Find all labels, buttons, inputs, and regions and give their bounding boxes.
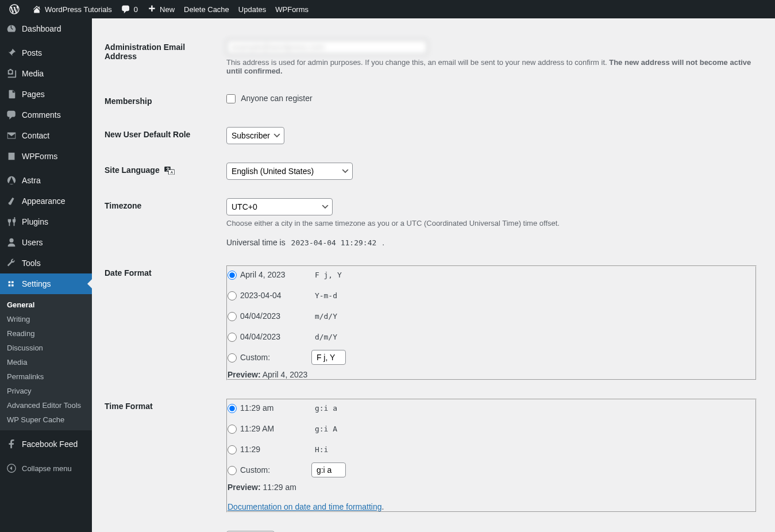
sidebar-item-dashboard[interactable]: Dashboard xyxy=(0,18,92,39)
sidebar-item-posts[interactable]: Posts xyxy=(0,43,92,63)
default-role-label: New User Default Role xyxy=(105,118,219,153)
submenu-reading[interactable]: Reading xyxy=(0,326,92,341)
date-format-radio-0[interactable] xyxy=(228,271,237,280)
time-format-custom-input[interactable] xyxy=(311,462,346,477)
comments-menu[interactable]: 0 xyxy=(117,0,142,18)
time-format-option-0[interactable]: 11:29 am g:i a xyxy=(228,400,755,416)
brush-icon xyxy=(6,195,17,207)
sidebar-item-contact[interactable]: Contact xyxy=(0,125,92,146)
time-format-label: Time Format xyxy=(105,390,219,521)
comment-count: 0 xyxy=(134,5,138,14)
sidebar-item-astra[interactable]: Astra xyxy=(0,170,92,191)
sidebar-item-plugins[interactable]: Plugins xyxy=(0,211,92,232)
admin-bar: WordPress Tutorials 0 New Delete Cache U… xyxy=(0,0,775,18)
date-format-preview: Preview: April 4, 2023 xyxy=(228,370,755,379)
site-name-menu[interactable]: WordPress Tutorials xyxy=(28,0,117,18)
sidebar-item-media[interactable]: Media xyxy=(0,63,92,84)
new-content-menu[interactable]: New xyxy=(142,0,179,18)
date-format-label: Date Format xyxy=(105,257,219,389)
sidebar-item-wpforms[interactable]: WPForms xyxy=(0,146,92,167)
admin-email-description: This address is used for admin purposes.… xyxy=(226,58,757,75)
week-starts-on-label: Week Starts On xyxy=(105,522,219,532)
wordpress-icon xyxy=(9,4,20,14)
date-format-radio-custom[interactable] xyxy=(228,353,237,363)
wp-logo-menu[interactable] xyxy=(5,0,28,18)
time-format-option-2[interactable]: 11:29 H:i xyxy=(228,441,755,457)
sidebar-item-pages[interactable]: Pages xyxy=(0,84,92,105)
new-label: New xyxy=(160,5,175,14)
admin-email-label: Administration Email Address xyxy=(105,31,219,84)
updates-link[interactable]: Updates xyxy=(234,0,271,18)
sidebar-item-facebook-feed[interactable]: Facebook Feed xyxy=(0,434,92,454)
settings-icon xyxy=(6,278,17,290)
date-format-radio-2[interactable] xyxy=(228,312,237,321)
time-format-radio-1[interactable] xyxy=(228,425,237,434)
form-icon xyxy=(6,151,17,162)
submenu-media[interactable]: Media xyxy=(0,355,92,369)
time-format-option-custom[interactable]: Custom: xyxy=(228,462,755,478)
timezone-label: Timezone xyxy=(105,190,219,256)
date-format-radio-1[interactable] xyxy=(228,291,237,300)
submenu-writing[interactable]: Writing xyxy=(0,312,92,326)
home-icon xyxy=(32,5,41,14)
site-language-label: Site Language 文A xyxy=(105,154,219,188)
date-format-option-3[interactable]: 04/04/2023 d/m/Y xyxy=(228,329,755,345)
sidebar-item-appearance[interactable]: Appearance xyxy=(0,191,92,211)
date-format-option-0[interactable]: April 4, 2023 F j, Y xyxy=(228,267,755,283)
anyone-can-register-checkbox[interactable] xyxy=(226,94,236,103)
astra-icon xyxy=(6,175,17,186)
wrench-icon xyxy=(6,257,17,269)
mail-icon xyxy=(6,130,17,141)
submenu-privacy[interactable]: Privacy xyxy=(0,384,92,398)
wpforms-link[interactable]: WPForms xyxy=(271,0,313,18)
sidebar-item-users[interactable]: Users xyxy=(0,232,92,253)
date-format-fieldset: April 4, 2023 F j, Y 2023-04-04 Y-m-d 04… xyxy=(226,265,757,380)
media-icon xyxy=(6,68,17,79)
submenu-permalinks[interactable]: Permalinks xyxy=(0,369,92,384)
default-role-select[interactable]: Subscriber xyxy=(226,127,284,144)
delete-cache-link[interactable]: Delete Cache xyxy=(179,0,234,18)
admin-email-input[interactable] xyxy=(226,40,427,55)
submenu-wp-super-cache[interactable]: WP Super Cache xyxy=(0,413,92,427)
time-format-option-1[interactable]: 11:29 AM g:i A xyxy=(228,421,755,437)
time-format-radio-custom[interactable] xyxy=(228,466,237,475)
date-format-option-1[interactable]: 2023-04-04 Y-m-d xyxy=(228,287,755,303)
svg-text:A: A xyxy=(170,171,173,175)
plugin-icon xyxy=(6,216,17,228)
date-format-option-custom[interactable]: Custom: xyxy=(228,349,755,365)
plus-icon xyxy=(147,5,156,14)
pin-icon xyxy=(6,47,17,59)
sidebar-item-comments[interactable]: Comments xyxy=(0,105,92,125)
date-time-doc-link[interactable]: Documentation on date and time formattin… xyxy=(228,502,382,511)
site-language-select[interactable]: English (United States) xyxy=(226,163,353,180)
date-format-custom-input[interactable] xyxy=(311,350,346,365)
time-format-fieldset: 11:29 am g:i a 11:29 AM g:i A 11:29 H:i … xyxy=(226,399,757,512)
submenu-advanced-editor-tools[interactable]: Advanced Editor Tools xyxy=(0,398,92,413)
page-icon xyxy=(6,88,17,100)
date-format-radio-3[interactable] xyxy=(228,333,237,342)
timezone-select[interactable]: UTC+0 xyxy=(226,198,333,215)
comments-icon xyxy=(6,109,17,121)
time-format-radio-2[interactable] xyxy=(228,445,237,454)
dashboard-icon xyxy=(6,23,17,34)
facebook-icon xyxy=(6,438,17,450)
svg-text:文: 文 xyxy=(165,167,169,172)
site-title: WordPress Tutorials xyxy=(45,5,112,14)
comment-icon xyxy=(121,5,130,14)
settings-general-page: Administration Email Address This addres… xyxy=(92,18,775,532)
universal-time-text: Universal time is 2023-04-04 11:29:42 . xyxy=(226,238,757,247)
submenu-general[interactable]: General xyxy=(0,298,92,312)
translate-icon: 文A xyxy=(164,167,175,175)
date-format-option-2[interactable]: 04/04/2023 m/d/Y xyxy=(228,308,755,324)
membership-checkbox-label[interactable]: Anyone can register xyxy=(226,94,313,103)
collapse-menu-button[interactable]: Collapse menu xyxy=(0,458,92,479)
submenu-discussion[interactable]: Discussion xyxy=(0,341,92,355)
time-format-preview: Preview: 11:29 am xyxy=(228,483,755,492)
sidebar-item-settings[interactable]: Settings xyxy=(0,273,92,294)
admin-sidebar: Dashboard Posts Media Pages Comments Con… xyxy=(0,18,92,532)
sidebar-item-tools[interactable]: Tools xyxy=(0,253,92,273)
time-format-radio-0[interactable] xyxy=(228,404,237,413)
settings-submenu: General Writing Reading Discussion Media… xyxy=(0,294,92,430)
membership-label: Membership xyxy=(105,85,219,117)
user-icon xyxy=(6,237,17,248)
